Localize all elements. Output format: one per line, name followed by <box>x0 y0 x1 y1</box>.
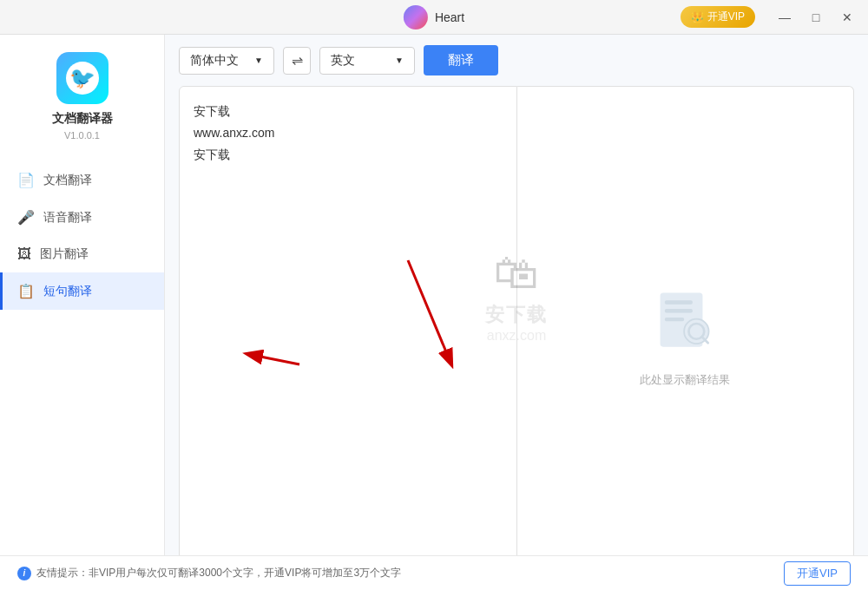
target-panel: 此处显示翻译结果 <box>517 86 855 590</box>
restore-button[interactable]: □ <box>804 5 828 30</box>
footer: i 友情提示：非VIP用户每次仅可翻译3000个文字，开通VIP将可增加至3万个… <box>0 555 868 590</box>
result-placeholder-icon <box>650 289 720 358</box>
toolbar: 简体中文 ▼ ⇌ 英文 ▼ 翻译 <box>165 35 868 86</box>
translate-button[interactable]: 翻译 <box>424 45 498 75</box>
sidebar-item-doc-label: 文档翻译 <box>43 173 92 188</box>
close-button[interactable]: ✕ <box>835 5 859 30</box>
target-lang-chevron-icon: ▼ <box>395 56 404 65</box>
svg-rect-2 <box>665 309 693 312</box>
sidebar-item-voice-label: 语音翻译 <box>43 210 92 226</box>
minimize-button[interactable]: — <box>773 5 797 30</box>
sidebar-item-image[interactable]: 🖼 图片翻译 <box>0 236 164 272</box>
user-info: Heart <box>404 5 464 30</box>
result-placeholder-text: 此处显示翻译结果 <box>640 372 730 388</box>
image-icon: 🖼 <box>17 246 31 262</box>
sidebar-item-image-label: 图片翻译 <box>40 246 89 262</box>
source-lang-select[interactable]: 简体中文 ▼ <box>179 47 274 75</box>
crown-icon: 👑 <box>691 11 704 23</box>
source-text-input[interactable]: 安下载 www.anxz.com 安下载 <box>194 101 503 575</box>
doc-icon: 📄 <box>17 172 35 188</box>
svg-rect-1 <box>665 300 693 304</box>
app-title: 文档翻译器 <box>52 111 113 127</box>
short-icon: 📋 <box>17 283 35 299</box>
window-controls: — □ ✕ <box>773 5 859 30</box>
main-layout: 🐦 文档翻译器 V1.0.0.1 📄 文档翻译 🎤 语音翻译 🖼 图片翻译 📋 … <box>0 35 868 590</box>
target-lang-label: 英文 <box>331 53 355 69</box>
voice-icon: 🎤 <box>17 209 35 226</box>
sidebar-nav: 📄 文档翻译 🎤 语音翻译 🖼 图片翻译 📋 短句翻译 <box>0 161 164 310</box>
footer-tip: i 友情提示：非VIP用户每次仅可翻译3000个文字，开通VIP将可增加至3万个… <box>17 566 401 580</box>
sidebar-item-short[interactable]: 📋 短句翻译 <box>0 272 164 310</box>
translation-panels: 安下载 www.anxz.com 安下载 此处显示翻译结果 <box>165 86 868 590</box>
source-panel: 安下载 www.anxz.com 安下载 <box>179 86 517 590</box>
open-vip-button-footer[interactable]: 开通VIP <box>784 561 851 586</box>
svg-rect-3 <box>665 317 684 320</box>
app-version: V1.0.0.1 <box>64 130 100 141</box>
swap-languages-button[interactable]: ⇌ <box>283 47 311 75</box>
sidebar: 🐦 文档翻译器 V1.0.0.1 📄 文档翻译 🎤 语音翻译 🖼 图片翻译 📋 … <box>0 35 165 590</box>
user-name: Heart <box>435 10 464 24</box>
footer-tip-text: 友情提示：非VIP用户每次仅可翻译3000个文字，开通VIP将可增加至3万个文字 <box>36 566 401 580</box>
target-lang-select[interactable]: 英文 ▼ <box>319 47 415 75</box>
app-icon: 🐦 <box>56 52 108 104</box>
swap-icon: ⇌ <box>292 52 303 69</box>
source-lang-label: 简体中文 <box>190 53 239 69</box>
open-vip-button-title[interactable]: 👑 开通VIP <box>681 6 755 28</box>
info-icon: i <box>17 567 31 580</box>
avatar <box>404 5 428 30</box>
title-bar: Heart 👑 开通VIP — □ ✕ <box>0 0 868 35</box>
source-lang-chevron-icon: ▼ <box>254 56 263 65</box>
sidebar-item-short-label: 短句翻译 <box>43 284 92 299</box>
sidebar-item-voice[interactable]: 🎤 语音翻译 <box>0 199 164 236</box>
content-area: 简体中文 ▼ ⇌ 英文 ▼ 翻译 安下载 www.anxz.com 安下载 <box>165 35 868 590</box>
sidebar-item-doc[interactable]: 📄 文档翻译 <box>0 161 164 199</box>
